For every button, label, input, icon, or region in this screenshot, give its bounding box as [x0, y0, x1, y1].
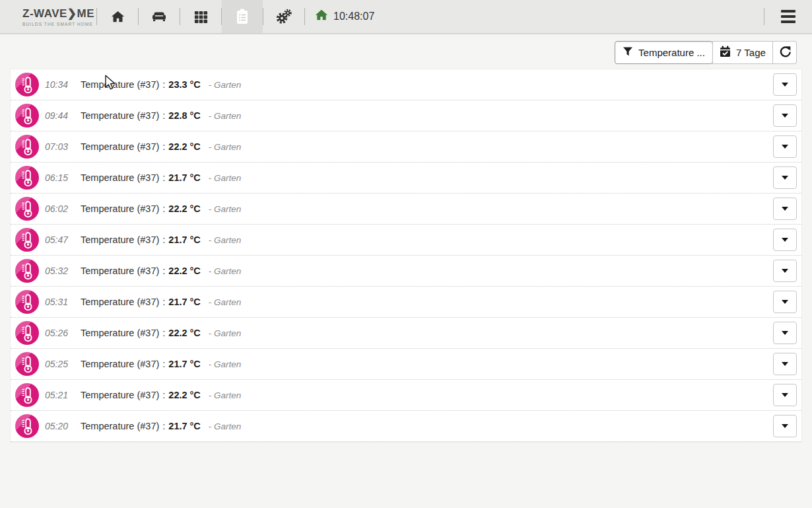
thermometer-icon	[15, 104, 39, 127]
gears-icon	[275, 9, 292, 25]
event-room: - Garten	[209, 80, 242, 90]
refresh-button[interactable]	[773, 41, 797, 64]
thermometer-icon	[15, 352, 39, 376]
event-expand-button[interactable]	[773, 166, 797, 189]
thermometer-icon	[15, 414, 39, 438]
event-expand-button[interactable]	[773, 322, 797, 344]
event-row: 06:02 Temperature (#37) : 22.2 °C - Gart…	[11, 194, 801, 225]
home-icon	[110, 9, 125, 24]
tab-dashboard[interactable]	[97, 0, 138, 33]
events-toolbar: Temperature ... 7 Tage	[615, 41, 797, 64]
grid-icon	[193, 9, 209, 24]
event-separator: :	[162, 421, 165, 431]
event-row: 10:34 Temperature (#37) : 23.3 °C - Gart…	[11, 69, 801, 100]
event-expand-button[interactable]	[773, 135, 797, 158]
event-time: 05:31	[45, 297, 73, 307]
events-clipboard-icon	[234, 8, 250, 25]
event-value: 22.2 °C	[168, 266, 201, 276]
calendar-check-icon	[720, 46, 731, 59]
tab-elements[interactable]	[180, 0, 221, 33]
event-value: 22.2 °C	[168, 390, 201, 400]
event-room: - Garten	[209, 421, 242, 431]
event-room: - Garten	[209, 328, 242, 338]
event-device-label: Temperature (#37)	[81, 203, 159, 214]
current-time: 10:48:07	[333, 11, 374, 22]
top-navbar: Z-WAVE❯ME BUILDS THE SMART HOME	[0, 0, 812, 34]
tab-settings[interactable]	[263, 0, 304, 33]
event-device-label: Temperature (#37)	[81, 390, 159, 400]
chevron-down-icon	[782, 362, 788, 366]
event-list: 10:34 Temperature (#37) : 23.3 °C - Gart…	[10, 69, 802, 443]
event-time: 05:21	[45, 390, 73, 400]
hamburger-icon	[781, 10, 795, 13]
event-device-label: Temperature (#37)	[81, 328, 159, 338]
event-expand-button[interactable]	[773, 291, 797, 313]
filter-funnel-icon	[623, 46, 633, 59]
chevron-down-icon	[782, 114, 788, 118]
event-expand-button[interactable]	[773, 353, 797, 375]
event-separator: :	[162, 266, 165, 276]
thermometer-icon	[15, 73, 39, 96]
event-time: 05:32	[45, 266, 73, 276]
event-room: - Garten	[209, 204, 242, 214]
chevron-down-icon	[782, 176, 788, 180]
tab-rooms[interactable]	[139, 0, 180, 33]
event-device-label: Temperature (#37)	[81, 141, 159, 152]
event-expand-button[interactable]	[773, 415, 797, 437]
tab-events-active[interactable]	[222, 0, 263, 33]
event-time: 05:26	[45, 328, 73, 338]
thermometer-icon	[15, 228, 39, 252]
event-separator: :	[162, 79, 165, 90]
event-device-label: Temperature (#37)	[81, 359, 159, 369]
event-room: - Garten	[209, 111, 242, 121]
thermometer-icon	[15, 166, 39, 190]
event-expand-button[interactable]	[773, 384, 797, 406]
event-separator: :	[162, 235, 165, 245]
event-room: - Garten	[209, 297, 242, 307]
chevron-down-icon	[782, 207, 788, 211]
event-device-label: Temperature (#37)	[81, 421, 159, 431]
thermometer-icon	[15, 197, 39, 221]
hamburger-menu-button[interactable]	[764, 0, 812, 33]
event-separator: :	[162, 359, 165, 369]
house-mode-clock[interactable]: 10:48:07	[305, 0, 384, 33]
event-row: 05:31 Temperature (#37) : 21.7 °C - Gart…	[11, 287, 801, 318]
event-value: 22.2 °C	[168, 141, 201, 152]
event-expand-button[interactable]	[773, 260, 797, 282]
filter-device-button[interactable]: Temperature ...	[615, 41, 713, 64]
event-time: 06:15	[45, 172, 73, 183]
event-separator: :	[162, 390, 165, 400]
refresh-icon	[778, 46, 791, 60]
event-room: - Garten	[209, 173, 242, 183]
thermometer-icon	[15, 259, 39, 283]
event-value: 21.7 °C	[168, 235, 201, 245]
event-value: 22.2 °C	[168, 328, 201, 338]
thermometer-icon	[15, 321, 39, 345]
logo-title: Z-WAVE❯ME	[22, 7, 96, 20]
event-expand-button[interactable]	[773, 198, 797, 220]
thermometer-icon	[15, 290, 39, 314]
event-row: 06:15 Temperature (#37) : 21.7 °C - Gart…	[11, 163, 801, 194]
event-value: 21.7 °C	[168, 421, 201, 431]
event-device-label: Temperature (#37)	[81, 172, 159, 183]
event-separator: :	[162, 328, 165, 338]
chevron-down-icon	[782, 424, 788, 428]
filter-device-label: Temperature ...	[638, 47, 705, 58]
event-separator: :	[162, 141, 165, 152]
event-time: 05:25	[45, 359, 73, 369]
event-time: 10:34	[45, 79, 73, 90]
event-device-label: Temperature (#37)	[81, 79, 159, 90]
event-expand-button[interactable]	[773, 229, 797, 251]
event-row: 05:25 Temperature (#37) : 21.7 °C - Gart…	[11, 349, 801, 380]
zwave-logo: Z-WAVE❯ME BUILDS THE SMART HOME	[22, 0, 96, 33]
event-device-label: Temperature (#37)	[81, 235, 159, 245]
event-expand-button[interactable]	[773, 104, 797, 127]
event-device-label: Temperature (#37)	[81, 266, 159, 276]
couch-icon	[151, 9, 167, 24]
event-expand-button[interactable]	[773, 73, 797, 96]
thermometer-icon	[15, 383, 39, 407]
event-time: 05:47	[45, 235, 73, 245]
event-row: 05:32 Temperature (#37) : 22.2 °C - Gart…	[11, 256, 801, 287]
period-filter-label: 7 Tage	[736, 47, 766, 58]
period-filter-button[interactable]: 7 Tage	[712, 41, 773, 64]
